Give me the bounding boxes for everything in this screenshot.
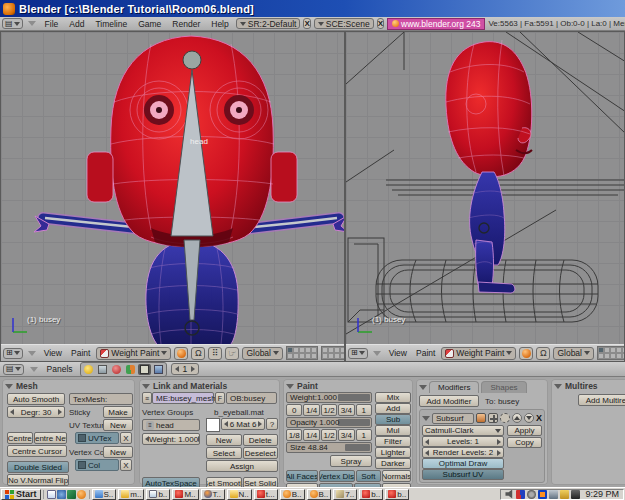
header-collapse-icon[interactable] [28,21,36,26]
blender-launch-icon[interactable] [77,490,86,499]
blend-sub-button[interactable]: Sub [375,414,411,425]
shading-context-button[interactable] [110,364,123,375]
decrement-icon[interactable] [175,366,179,372]
menu-game[interactable]: Game [134,19,165,29]
paint-menu[interactable]: Paint [413,348,438,358]
blender-url-badge[interactable]: www.blender.org 243 [387,18,485,30]
tray-gear-icon[interactable] [527,490,536,499]
uvtex-field[interactable]: UVTex [75,432,119,444]
tray-app-icon[interactable] [538,490,547,499]
editmode-toggle-icon[interactable] [500,413,510,423]
group-deselect-button[interactable]: Deselect [243,447,279,459]
vertex-dist-toggle[interactable]: Vertex Dist [319,470,355,482]
orientation-select[interactable]: Global [553,347,594,360]
proportional-edit-button[interactable]: ⠿ [208,347,222,360]
mode-select[interactable]: Weight Paint [96,347,171,360]
vertex-group-select[interactable]: ≡head [142,419,200,431]
uv-texture-new-button[interactable]: New [103,419,133,431]
taskbar-clock[interactable]: 9:29 PM [582,489,619,499]
task-button[interactable]: M.. [172,489,198,500]
window-type-button[interactable]: ▤ [2,18,23,29]
task-button[interactable]: b.. [359,489,383,500]
subdiv-type-select[interactable]: Catmull-Clark [422,425,504,436]
opacity-preset-1[interactable]: 1 [356,429,372,441]
header-collapse-icon[interactable] [28,351,36,356]
levels-field[interactable]: Levels: 1 [422,436,504,447]
pivot-button[interactable]: Ω [191,347,205,360]
subsurf-apply-button[interactable]: Apply [507,425,542,436]
opacity-preset-eighth[interactable]: 1/8 [286,429,302,441]
mode-select[interactable]: Weight Paint [441,347,516,360]
menu-render[interactable]: Render [168,19,204,29]
all-faces-toggle[interactable]: All Faces [286,470,318,482]
tray-monitor-icon[interactable] [549,490,558,499]
weight-preset-threequarter[interactable]: 3/4 [338,404,354,416]
soft-toggle[interactable]: Soft [356,470,381,482]
opacity-slider[interactable]: Opacity 1.000 [286,417,372,428]
frame-number-field[interactable]: 1 [171,363,200,375]
weight-preset-1[interactable]: 1 [356,404,372,416]
panels-menu[interactable]: Panels [44,364,76,374]
header-collapse-icon[interactable] [30,367,38,372]
task-button[interactable]: B.. [280,489,305,500]
set-smooth-button[interactable]: Set Smooth [206,477,242,487]
editing-context-button[interactable] [138,364,151,375]
layer-buttons[interactable] [597,346,624,360]
draw-mode-button[interactable] [519,347,533,360]
menu-timeline[interactable]: Timeline [91,19,131,29]
centre-cursor-button[interactable]: Centre Cursor [7,445,67,457]
media-icon[interactable] [67,490,76,499]
mesh-datablock-field[interactable]: ME:busey_mesh [152,392,214,404]
subsurf-copy-button[interactable]: Copy [507,437,542,448]
size-slider[interactable]: Size 48.84 [286,442,372,453]
subsurf-uv-toggle[interactable]: Subsurf UV [422,469,504,480]
material-color-swatch[interactable] [206,418,220,432]
scene-context-button[interactable] [152,364,165,375]
task-button[interactable]: B.. [307,489,332,500]
subsurf-name-field[interactable]: Subsurf [432,413,474,424]
layer-block-left[interactable] [597,346,624,360]
logic-context-button[interactable] [82,364,95,375]
centre-button[interactable]: Centre [7,432,33,444]
viewport-front[interactable]: head (1) busey ⊞ View Paint Weight Paint… [0,31,345,362]
move-up-button[interactable] [512,413,522,423]
start-button[interactable]: Start [1,489,41,500]
degr-field[interactable]: Degr: 30 [7,406,65,418]
fake-user-button[interactable]: F [215,392,225,404]
screen-unlink-button[interactable]: X [303,18,310,29]
draw-mode-button[interactable] [174,347,188,360]
object-field[interactable]: OB:busey [226,392,277,404]
weight-preset-half[interactable]: 1/2 [321,404,337,416]
blend-lighter-button[interactable]: Lighter [375,447,411,458]
optimal-draw-toggle[interactable]: Optimal Draw [422,458,504,469]
viewport-side[interactable]: (1) busey ⊞ View Paint Weight Paint Ω Gl… [345,31,625,362]
interactive-toggle-icon[interactable] [488,413,498,423]
script-context-button[interactable] [96,364,109,375]
assign-button[interactable]: Assign [206,460,278,472]
tray-app-icon[interactable] [560,490,569,499]
no-vnormal-flip-toggle[interactable]: No V.Normal Flip [7,474,69,486]
header-collapse-icon[interactable] [373,351,381,356]
volume-icon[interactable] [505,490,514,499]
uvtex-delete-button[interactable]: X [120,432,132,444]
col-delete-button[interactable]: X [120,459,132,471]
material-count-field[interactable]: 6 Mat 6 [221,418,265,430]
manipulator-button[interactable]: ☞ [225,347,239,360]
opacity-preset-half[interactable]: 1/2 [321,429,337,441]
multires-panel-title[interactable]: Multires [554,381,625,391]
increment-icon[interactable] [191,366,195,372]
pivot-button[interactable]: Ω [536,347,550,360]
delete-modifier-button[interactable]: X [536,413,542,423]
tray-camera-icon[interactable] [571,490,580,499]
centre-new-button[interactable]: Centre New [34,432,67,444]
move-down-button[interactable] [524,413,534,423]
add-multires-button[interactable]: Add Multires [578,394,625,406]
tab-modifiers[interactable]: Modifiers [429,381,479,393]
view-menu[interactable]: View [386,348,410,358]
desktop-icon[interactable] [57,490,66,499]
material-question-button[interactable]: ? [266,418,278,430]
weight-preset-0[interactable]: 0 [286,404,302,416]
blend-darker-button[interactable]: Darker [375,458,411,469]
mesh-panel-title[interactable]: Mesh [5,381,132,391]
paint-panel-title[interactable]: Paint [286,381,410,391]
